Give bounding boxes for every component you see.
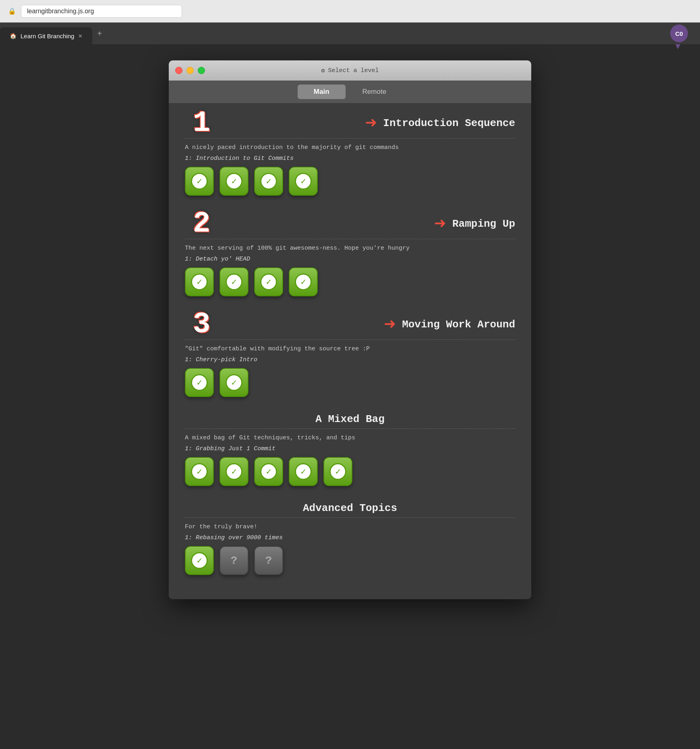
level-btn-1-1[interactable] [185, 167, 214, 196]
level-btn-4-2[interactable] [220, 457, 249, 486]
section-4-header: A Mixed Bag [185, 405, 515, 429]
modal-window: ⚙ Select a level Main Remote 1 ➜ Introdu… [169, 60, 531, 599]
check-icon-4-3 [260, 463, 277, 480]
level-btn-4-4[interactable] [289, 457, 318, 486]
section-1-header: 1 ➜ Introduction Sequence [185, 103, 515, 139]
section-3-number: 3 [193, 310, 210, 339]
check-icon-4-5 [329, 463, 346, 480]
section-1-number: 1 [193, 109, 210, 138]
check-icon-3-1 [191, 374, 208, 391]
url-bar[interactable]: learngitbranching.js.org [21, 5, 182, 18]
traffic-yellow[interactable] [186, 67, 194, 74]
section-5-title: Advanced Topics [303, 502, 397, 514]
modal-title: ⚙ Select a level [321, 67, 379, 74]
level-btn-2-3[interactable] [254, 267, 283, 296]
section-1-buttons [185, 167, 515, 196]
arrow-3-icon: ➜ [384, 312, 396, 336]
section-3-desc: "Git" comfortable with modifying the sou… [185, 346, 515, 352]
section-3-header: 3 ➜ Moving Work Around [185, 304, 515, 340]
section-1-sublevel: 1: Introduction to Git Commits [185, 155, 515, 162]
section-5-sublevel: 1: Rebasing over 9000 times [185, 534, 515, 541]
check-icon-4-4 [295, 463, 312, 480]
title-bar: ⚙ Select a level [169, 60, 531, 81]
tab-home-icon: 🏠 [10, 33, 17, 39]
check-icon-1-3 [260, 173, 277, 190]
browser-tab-active[interactable]: 🏠 Learn Git Branching ✕ [0, 27, 92, 44]
level-btn-1-2[interactable] [220, 167, 249, 196]
level-btn-4-5[interactable] [323, 457, 352, 486]
section-2-arrow: ➜ Ramping Up [434, 212, 515, 236]
section-2-header: 2 ➜ Ramping Up [185, 204, 515, 239]
check-icon-4-1 [191, 463, 208, 480]
tab-remote[interactable]: Remote [346, 85, 403, 99]
section-5-desc: For the truly brave! [185, 523, 515, 530]
level-btn-3-2[interactable] [220, 368, 249, 397]
section-4-buttons [185, 457, 515, 486]
lock-icon: 🔒 [8, 7, 16, 15]
traffic-red[interactable] [175, 67, 182, 74]
check-icon-2-3 [260, 273, 277, 290]
section-4-sublevel: 1: Grabbing Just 1 Commit [185, 445, 515, 452]
tab-close-icon[interactable]: ✕ [78, 33, 83, 39]
check-icon-1-2 [226, 173, 242, 190]
section-2-buttons [185, 267, 515, 296]
check-icon-5-1 [191, 552, 208, 569]
level-btn-3-1[interactable] [185, 368, 214, 397]
level-btn-2-1[interactable] [185, 267, 214, 296]
new-tab-button[interactable]: + [92, 29, 107, 38]
section-3-buttons [185, 368, 515, 397]
arrow-2-icon: ➜ [434, 212, 446, 236]
avatar-arrow [675, 44, 680, 49]
section-5-header: Advanced Topics [185, 494, 515, 518]
check-icon-1-4 [295, 173, 312, 190]
tab-label: Learn Git Branching [21, 33, 74, 39]
level-btn-5-2[interactable]: ? [220, 546, 249, 575]
main-content: ⚙ Select a level Main Remote 1 ➜ Introdu… [0, 44, 700, 615]
browser-bar: 🔒 learngitbranching.js.org [0, 0, 700, 23]
section-4-title: A Mixed Bag [315, 413, 385, 425]
section-1-desc: A nicely paced introduction to the major… [185, 144, 515, 151]
section-2-desc: The next serving of 100% git awesomes-ne… [185, 245, 515, 252]
traffic-green[interactable] [198, 67, 205, 74]
level-btn-4-3[interactable] [254, 457, 283, 486]
check-icon-4-2 [226, 463, 242, 480]
level-btn-5-3[interactable]: ? [254, 546, 283, 575]
gear-icon: ⚙ [321, 67, 325, 74]
section-4-desc: A mixed bag of Git techniques, tricks, a… [185, 435, 515, 441]
arrow-1-icon: ➜ [365, 111, 377, 135]
section-moving-work: 3 ➜ Moving Work Around "Git" comfortable… [185, 304, 515, 397]
section-1-arrow: ➜ Introduction Sequence [365, 111, 515, 135]
check-icon-2-4 [295, 273, 312, 290]
check-icon-2-1 [191, 273, 208, 290]
section-advanced: Advanced Topics For the truly brave! 1: … [185, 494, 515, 575]
section-2-sublevel: 1: Detach yo' HEAD [185, 256, 515, 263]
level-btn-2-4[interactable] [289, 267, 318, 296]
section-1-title: Introduction Sequence [383, 117, 515, 129]
section-5-buttons: ? ? [185, 546, 515, 575]
section-3-title: Moving Work Around [402, 319, 515, 331]
section-2-title: Ramping Up [452, 218, 515, 230]
section-mixed-bag: A Mixed Bag A mixed bag of Git technique… [185, 405, 515, 486]
section-2-number: 2 [193, 209, 210, 238]
level-btn-2-2[interactable] [220, 267, 249, 296]
level-btn-4-1[interactable] [185, 457, 214, 486]
scroll-area[interactable]: 1 ➜ Introduction Sequence A nicely paced… [169, 103, 531, 599]
section-3-sublevel: 1: Cherry-pick Intro [185, 356, 515, 363]
tab-main[interactable]: Main [298, 85, 346, 99]
section-introduction: 1 ➜ Introduction Sequence A nicely paced… [185, 103, 515, 196]
section-3-arrow: ➜ Moving Work Around [384, 312, 515, 336]
modal-title-text: Select a level [328, 67, 379, 74]
section-ramping-up: 2 ➜ Ramping Up The next serving of 100% … [185, 204, 515, 296]
avatar: C0 [670, 25, 688, 42]
level-btn-1-4[interactable] [289, 167, 318, 196]
check-icon-3-2 [226, 374, 242, 391]
level-tabs: Main Remote [169, 81, 531, 103]
level-btn-1-3[interactable] [254, 167, 283, 196]
level-btn-5-1[interactable] [185, 546, 214, 575]
check-icon-2-2 [226, 273, 242, 290]
check-icon-1-1 [191, 173, 208, 190]
tab-bar: 🏠 Learn Git Branching ✕ + C0 [0, 23, 700, 44]
